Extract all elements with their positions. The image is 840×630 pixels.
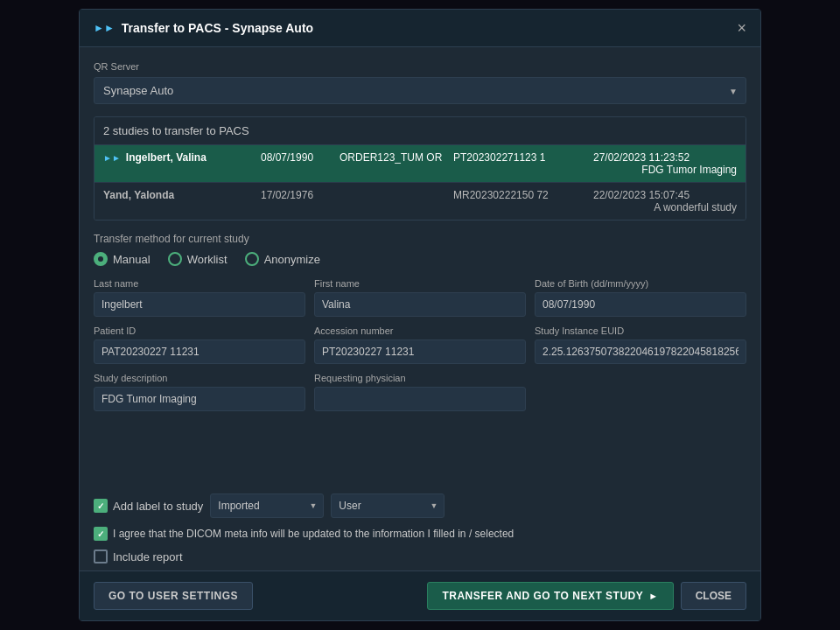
form-field-accession: Accession number <box>314 326 526 364</box>
modal-header: ►► Transfer to PACS - Synapse Auto × <box>80 10 760 47</box>
include-report-row: Include report <box>94 550 746 564</box>
transfer-next-arrow-icon: ► <box>648 591 658 601</box>
study-order-1: ORDER123_TUM OR <box>340 151 453 164</box>
qr-server-select-wrapper: Synapse Auto <box>94 77 746 104</box>
study-desc-label: Study description <box>94 373 305 383</box>
radio-worklist-indicator <box>168 252 182 266</box>
radio-option-manual[interactable]: Manual <box>94 252 150 266</box>
modal-title: Transfer to PACS - Synapse Auto <box>122 21 313 35</box>
label-select[interactable]: ImportedReviewedPending <box>210 494 324 518</box>
spacer <box>94 424 746 494</box>
study-name-2: Yand, Yalonda <box>103 189 261 201</box>
euid-label: Study Instance EUID <box>535 326 746 336</box>
patient-id-input[interactable] <box>94 340 305 364</box>
study-desc-input[interactable] <box>94 387 305 411</box>
go-to-user-settings-button[interactable]: GO TO USER SETTINGS <box>94 582 253 610</box>
requesting-physician-label: Requesting physician <box>314 373 526 383</box>
agree-text: I agree that the DICOM meta info will be… <box>113 528 514 540</box>
study-row[interactable]: ►► Ingelbert, Valina 08/07/1990 ORDER123… <box>94 145 746 183</box>
accession-label: Accession number <box>314 326 526 336</box>
radio-manual-indicator <box>94 252 108 266</box>
qr-server-label: QR Server <box>94 61 746 72</box>
study-dob-2: 17/02/1976 <box>261 189 340 201</box>
study-description-1: FDG Tumor Imaging <box>593 164 737 176</box>
form-field-requesting-physician: Requesting physician <box>314 373 526 411</box>
study-date-2: 22/02/2023 15:07:45 <box>593 189 737 201</box>
radio-option-worklist[interactable]: Worklist <box>168 252 228 266</box>
accession-input[interactable] <box>314 340 526 364</box>
study-accession-2: MR20230222150 72 <box>453 189 593 201</box>
radio-anonymize-indicator <box>245 252 259 266</box>
study-row[interactable]: Yand, Yalonda 17/02/1976 MR20230222150 7… <box>94 183 746 220</box>
footer-left: GO TO USER SETTINGS <box>94 582 253 610</box>
agree-row: ✓ I agree that the DICOM meta info will … <box>94 527 746 541</box>
add-label-checkbox: ✓ <box>94 499 108 513</box>
radio-anonymize-label: Anonymize <box>264 253 320 266</box>
checkbox-check-icon: ✓ <box>97 501 104 511</box>
label-select-wrapper: ImportedReviewedPending <box>210 494 324 518</box>
agree-checkbox-check-icon: ✓ <box>97 529 104 539</box>
modal-close-button[interactable]: × <box>737 20 746 36</box>
euid-input[interactable] <box>535 340 746 364</box>
last-name-label: Last name <box>94 278 305 289</box>
studies-title: 2 studies to transfer to PACS <box>94 117 746 145</box>
modal: ►► Transfer to PACS - Synapse Auto × QR … <box>79 9 761 621</box>
add-label-text: Add label to study <box>113 500 203 513</box>
radio-worklist-label: Worklist <box>187 253 228 266</box>
dob-input[interactable] <box>535 292 746 317</box>
transfer-next-label: TRANSFER AND GO TO NEXT STUDY <box>442 590 643 602</box>
radio-option-anonymize[interactable]: Anonymize <box>245 252 320 266</box>
add-label-checkbox-wrapper[interactable]: ✓ Add label to study <box>94 499 203 513</box>
form-field-euid: Study Instance EUID <box>535 326 746 364</box>
transfer-and-go-next-button[interactable]: TRANSFER AND GO TO NEXT STUDY ► <box>427 582 673 610</box>
qr-server-select[interactable]: Synapse Auto <box>94 77 746 104</box>
modal-footer: GO TO USER SETTINGS TRANSFER AND GO TO N… <box>80 570 760 620</box>
form-field-last-name: Last name <box>94 278 305 317</box>
include-report-label: Include report <box>113 550 183 564</box>
footer-right: TRANSFER AND GO TO NEXT STUDY ► CLOSE <box>427 582 746 610</box>
requesting-physician-input[interactable] <box>314 387 526 411</box>
form-field-study-desc: Study description <box>94 373 305 411</box>
include-report-checkbox-wrapper[interactable]: Include report <box>94 550 183 564</box>
study-description-2: A wonderful study <box>593 201 737 214</box>
radio-group: Manual Worklist Anonymize <box>94 252 746 266</box>
modal-title-area: ►► Transfer to PACS - Synapse Auto <box>94 21 313 35</box>
form-field-first-name: First name <box>314 278 526 317</box>
transfer-method-section: Transfer method for current study Manual… <box>94 233 746 266</box>
user-select-wrapper: UserAdminSystem <box>331 494 444 518</box>
first-name-input[interactable] <box>314 292 526 317</box>
agree-checkbox: ✓ <box>94 527 108 541</box>
first-name-label: First name <box>314 278 526 289</box>
study-arrow-icon-1: ►► <box>103 153 121 163</box>
study-name-1: ►► Ingelbert, Valina <box>103 151 261 164</box>
last-name-input[interactable] <box>94 292 305 317</box>
include-report-checkbox <box>94 550 108 564</box>
study-dob-1: 08/07/1990 <box>261 151 340 164</box>
modal-overlay: ►► Transfer to PACS - Synapse Auto × QR … <box>0 0 840 630</box>
modal-body: QR Server Synapse Auto 2 studies to tran… <box>80 47 760 570</box>
radio-manual-label: Manual <box>113 253 150 266</box>
transfer-method-label: Transfer method for current study <box>94 233 746 245</box>
study-date-1: 27/02/2023 11:23:52 <box>593 151 737 164</box>
form-grid: Last name First name Date of Birth (dd/m… <box>94 278 746 411</box>
dob-label: Date of Birth (dd/mm/yyyy) <box>535 278 746 289</box>
label-section: ✓ Add label to study ImportedReviewedPen… <box>94 494 746 518</box>
agree-checkbox-wrapper[interactable]: ✓ I agree that the DICOM meta info will … <box>94 527 746 541</box>
close-button[interactable]: CLOSE <box>681 582 746 610</box>
form-field-patient-id: Patient ID <box>94 326 305 364</box>
patient-id-label: Patient ID <box>94 326 305 336</box>
user-select[interactable]: UserAdminSystem <box>331 494 444 518</box>
study-accession-1: PT202302271123 1 <box>453 151 593 164</box>
studies-box: 2 studies to transfer to PACS ►► Ingelbe… <box>94 116 746 220</box>
transfer-icon: ►► <box>94 22 115 34</box>
form-field-dob: Date of Birth (dd/mm/yyyy) <box>535 278 746 317</box>
